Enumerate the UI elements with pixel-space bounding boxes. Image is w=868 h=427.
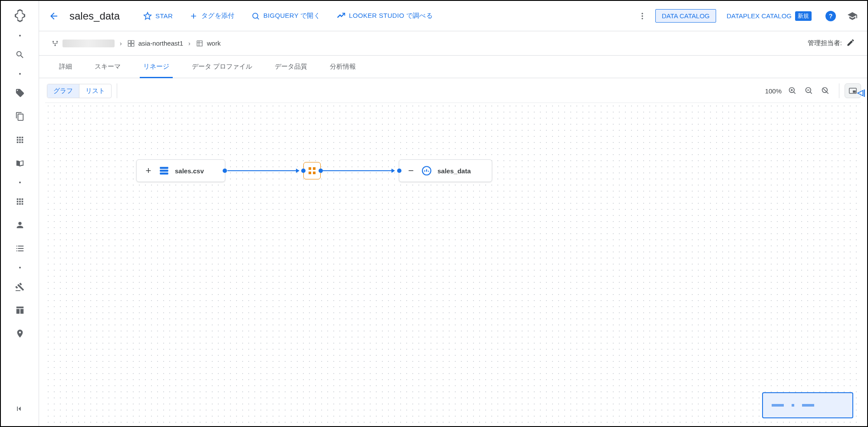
svg-rect-15 <box>160 172 168 174</box>
tab-detail[interactable]: 詳細 <box>48 56 83 78</box>
collapse-panel-button[interactable]: ◁| <box>857 88 865 97</box>
lineage-edge <box>323 170 395 171</box>
open-bigquery-label: BIGQUERY で開く <box>263 12 320 20</box>
node-output-port[interactable] <box>319 169 323 173</box>
rail-list-icon[interactable] <box>10 238 30 259</box>
node-label: sales.csv <box>175 167 204 175</box>
svg-point-3 <box>641 18 643 19</box>
product-logo[interactable] <box>11 7 29 24</box>
minimap-node <box>772 404 784 407</box>
minimap-node <box>792 404 794 407</box>
storage-icon <box>158 165 170 176</box>
toolbar-divider <box>839 83 839 98</box>
breadcrumb-dataset-label: work <box>207 40 221 47</box>
lineage-node-target[interactable]: − sales_data <box>399 159 492 182</box>
node-input-port[interactable] <box>397 169 401 173</box>
svg-rect-14 <box>160 170 168 172</box>
learn-button[interactable] <box>844 7 861 25</box>
zoom-reset-button[interactable] <box>817 83 834 99</box>
rail-separator <box>19 35 21 36</box>
left-navigation-rail <box>1 1 39 426</box>
tab-data-quality[interactable]: データ品質 <box>263 56 319 78</box>
help-icon: ? <box>825 11 836 21</box>
overflow-menu-button[interactable] <box>634 7 651 25</box>
rail-separator <box>19 182 21 183</box>
chevron-right-icon: › <box>120 40 122 47</box>
tab-schema[interactable]: スキーマ <box>83 56 132 78</box>
lineage-node-source[interactable]: + sales.csv <box>136 159 225 182</box>
attach-tag-button[interactable]: タグを添付 <box>183 8 241 24</box>
rail-expand-button[interactable] <box>10 398 30 419</box>
svg-point-0 <box>253 13 258 18</box>
looker-studio-label: LOOKER STUDIO で調べる <box>349 12 433 20</box>
tab-insights[interactable]: 分析情報 <box>319 56 367 78</box>
rail-map-icon[interactable] <box>10 323 30 344</box>
tabs: 詳細 スキーマ リネージ データ プロファイル データ品質 分析情報 <box>39 56 867 78</box>
star-button[interactable]: STAR <box>137 8 179 24</box>
toolbar-divider <box>117 83 117 98</box>
lineage-process-node[interactable] <box>303 162 321 179</box>
data-catalog-label: DATA CATALOG <box>662 12 710 20</box>
rail-search-icon[interactable] <box>10 44 30 65</box>
collapse-node-button[interactable]: − <box>406 165 416 176</box>
lineage-edge <box>227 170 299 171</box>
view-graph-toggle[interactable]: グラフ <box>47 84 79 98</box>
open-bigquery-button[interactable]: BIGQUERY で開く <box>245 8 326 24</box>
chevron-right-icon: › <box>188 40 191 47</box>
dataplex-catalog-label: DATAPLEX CATALOG <box>727 12 792 20</box>
rail-separator <box>19 267 21 268</box>
attach-tag-label: タグを添付 <box>201 12 235 20</box>
tab-lineage[interactable]: リネージ <box>132 56 181 78</box>
view-list-toggle[interactable]: リスト <box>79 84 111 98</box>
rail-grid2-icon[interactable] <box>10 191 30 212</box>
expand-node-button[interactable]: + <box>144 165 153 176</box>
node-input-port[interactable] <box>301 169 306 173</box>
rail-separator <box>19 73 21 75</box>
svg-rect-7 <box>197 41 202 46</box>
minimap-node <box>802 404 814 407</box>
breadcrumb: › asia-northeast1 › work 管理担当者: <box>39 31 867 56</box>
help-button[interactable]: ? <box>822 7 839 25</box>
zoom-in-button[interactable] <box>784 83 801 99</box>
data-catalog-button[interactable]: DATA CATALOG <box>655 9 717 23</box>
owner-label: 管理担当者: <box>808 39 842 47</box>
back-button[interactable] <box>45 7 62 25</box>
star-label: STAR <box>155 12 173 20</box>
rail-grid-icon[interactable] <box>10 129 30 150</box>
zoom-out-button[interactable] <box>801 83 817 99</box>
svg-point-1 <box>641 13 643 14</box>
lineage-minimap[interactable] <box>762 392 853 418</box>
svg-point-6 <box>55 45 56 46</box>
svg-point-2 <box>641 15 643 17</box>
node-output-port[interactable] <box>223 169 227 173</box>
svg-rect-12 <box>853 90 856 93</box>
svg-rect-13 <box>160 167 168 169</box>
rail-person-icon[interactable] <box>10 215 30 235</box>
svg-point-4 <box>53 41 54 42</box>
bigquery-table-icon <box>421 165 432 176</box>
rail-table-icon[interactable] <box>10 300 30 321</box>
tab-data-profile[interactable]: データ プロファイル <box>181 56 263 78</box>
top-action-bar: sales_data STAR タグを添付 BIGQUERY で開く LOOKE… <box>39 1 867 31</box>
breadcrumb-project[interactable] <box>51 40 115 47</box>
zoom-label: 100% <box>765 87 782 95</box>
breadcrumb-region-label: asia-northeast1 <box>138 40 183 47</box>
edit-owner-button[interactable] <box>846 38 855 48</box>
svg-point-5 <box>56 41 58 42</box>
lineage-toolbar: グラフ リスト 100% <box>47 83 861 99</box>
rail-gavel-icon[interactable] <box>10 276 30 297</box>
looker-studio-button[interactable]: LOOKER STUDIO で調べる <box>331 8 439 24</box>
rail-copy-icon[interactable] <box>10 106 30 127</box>
dataplex-catalog-button[interactable]: DATAPLEX CATALOG 新規 <box>720 9 818 23</box>
view-toggle-group: グラフ リスト <box>47 84 112 98</box>
node-label: sales_data <box>437 167 471 175</box>
breadcrumb-dataset[interactable]: work <box>196 40 221 47</box>
rail-tags-icon[interactable] <box>10 83 30 103</box>
rail-book-icon[interactable] <box>10 153 30 174</box>
project-id-redacted <box>62 40 115 47</box>
new-badge: 新規 <box>795 11 812 21</box>
lineage-canvas[interactable]: + sales.csv − <box>45 103 861 426</box>
page-title: sales_data <box>69 10 120 22</box>
breadcrumb-region[interactable]: asia-northeast1 <box>127 40 183 47</box>
